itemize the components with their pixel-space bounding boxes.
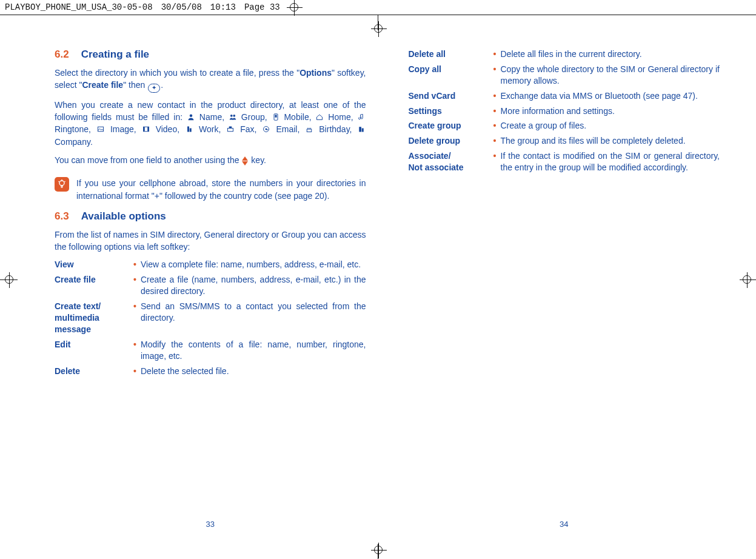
paragraph: Select the directory in which you wish t… (55, 67, 366, 93)
svg-rect-7 (143, 127, 144, 132)
bullet-icon: • (493, 135, 501, 147)
option-label: Create text/ multimedia message (55, 301, 133, 335)
company-icon (357, 126, 366, 133)
option-label: Delete (55, 366, 133, 377)
text: key. (249, 155, 266, 165)
text: " then (123, 80, 147, 90)
option-row: Delete • Delete the selected file. (55, 366, 366, 377)
page-spread: 6.2 Creating a file Select the directory… (55, 49, 720, 517)
text: Fax, (235, 124, 262, 134)
prepress-header: PLAYBOY_PHONE_UM_USA_30-05-08 30/05/08 1… (0, 0, 756, 15)
option-row: Associate/ Not associate • If the contac… (409, 150, 720, 173)
svg-rect-9 (187, 127, 189, 132)
tip-callout: If you use your cellphone abroad, store … (55, 177, 366, 202)
svg-rect-17 (362, 129, 364, 132)
option-label: Create group (409, 120, 493, 132)
header-time: 10:13 (210, 2, 236, 12)
text: Select the directory in which you wish t… (55, 68, 299, 78)
bullet-icon: • (493, 64, 501, 75)
option-desc: Delete all files in the current director… (501, 49, 720, 60)
bullet-icon: • (133, 259, 141, 270)
option-desc: View a complete file: name, numbers, add… (141, 259, 366, 270)
ok-key-icon: ✦ (148, 84, 160, 93)
image-icon (96, 126, 105, 133)
registration-mark-icon (290, 3, 298, 12)
option-label: View (55, 259, 133, 270)
text: Group, (237, 112, 272, 122)
page-number: 34 (560, 520, 568, 529)
text: Company. (55, 137, 93, 147)
section-6-2-heading: 6.2 Creating a file (55, 49, 366, 61)
option-desc: If the contact is modified on the SIM or… (501, 150, 720, 173)
option-row: Delete all • Delete all files in the cur… (409, 49, 720, 60)
svg-point-18 (59, 181, 64, 186)
option-desc: Create a group of files. (501, 120, 720, 132)
text: You can move from one field to another u… (55, 155, 241, 165)
bullet-icon: • (493, 120, 501, 132)
mobile-icon (272, 113, 280, 121)
option-row: View • View a complete file: name, numbe… (55, 259, 366, 270)
crop-line (741, 280, 756, 280)
svg-rect-5 (98, 127, 103, 132)
header-filename: PLAYBOY_PHONE_UM_USA_30-05-08 (5, 2, 153, 12)
text: Mobile, (280, 112, 316, 122)
video-icon (142, 126, 150, 133)
text: Home, (324, 112, 357, 122)
registration-mark-icon (743, 275, 751, 284)
work-icon (185, 126, 193, 133)
crop-line (0, 280, 15, 280)
email-icon (262, 126, 270, 133)
option-label: Send vCard (409, 90, 493, 102)
tip-text: If you use your cellphone abroad, store … (76, 177, 366, 202)
text: Name, (195, 112, 229, 122)
option-label: Delete all (409, 49, 493, 60)
bullet-icon: • (133, 339, 141, 350)
option-desc: More information and settings. (501, 105, 720, 117)
option-row: Create file • Create a file (name, numbe… (55, 274, 366, 297)
option-label: Edit (55, 339, 133, 350)
bold-text: Options (299, 68, 332, 78)
option-desc: Create a file (name, numbers, address, e… (141, 274, 366, 297)
registration-mark-icon (5, 275, 13, 284)
fax-icon (226, 126, 235, 133)
option-row: Settings • More information and settings… (409, 105, 720, 117)
text: Birthday, (313, 124, 357, 134)
svg-rect-4 (275, 115, 276, 118)
svg-rect-11 (228, 129, 233, 132)
svg-rect-12 (229, 127, 232, 129)
option-desc: Delete the selected file. (141, 366, 366, 377)
svg-point-1 (230, 115, 233, 117)
text: . (161, 80, 163, 90)
ringtone-icon (357, 113, 366, 121)
text: Email, (270, 124, 305, 134)
option-row: Create group • Create a group of files. (409, 120, 720, 132)
options-list: View • View a complete file: name, numbe… (55, 259, 366, 380)
section-number: 6.2 (55, 49, 69, 61)
text: Ringtone, (55, 124, 96, 134)
option-label: Copy all (409, 64, 493, 75)
svg-rect-10 (190, 129, 192, 132)
bullet-icon: • (133, 301, 141, 312)
registration-mark-icon (374, 546, 383, 554)
option-desc: Exchange data via MMS or Bluetooth (see … (501, 90, 720, 102)
option-desc: Copy the whole directory to the SIM or G… (501, 64, 720, 87)
svg-rect-16 (360, 127, 362, 132)
bold-text: Create file (82, 80, 123, 90)
birthday-icon (305, 126, 313, 133)
section-title: Available options (81, 210, 166, 223)
crop-line (378, 544, 378, 559)
option-desc: Send an SMS/MMS to a contact you selecte… (141, 301, 366, 324)
option-label: Delete group (409, 135, 493, 147)
section-6-3-heading: 6.3 Available options (55, 210, 366, 223)
section-title: Creating a file (81, 49, 149, 61)
bullet-icon: • (133, 274, 141, 286)
bullet-icon: • (493, 105, 501, 117)
paragraph: When you create a new contact in the pro… (55, 99, 366, 148)
bullet-icon: • (133, 366, 141, 377)
header-page-label: Page 33 (244, 2, 280, 12)
page-number: 33 (206, 520, 215, 529)
option-row: Create text/ multimedia message • Send a… (55, 301, 366, 335)
option-row: Delete group • The group and its files w… (409, 135, 720, 147)
lightbulb-icon (55, 177, 69, 192)
nav-up-down-icon (242, 156, 248, 166)
